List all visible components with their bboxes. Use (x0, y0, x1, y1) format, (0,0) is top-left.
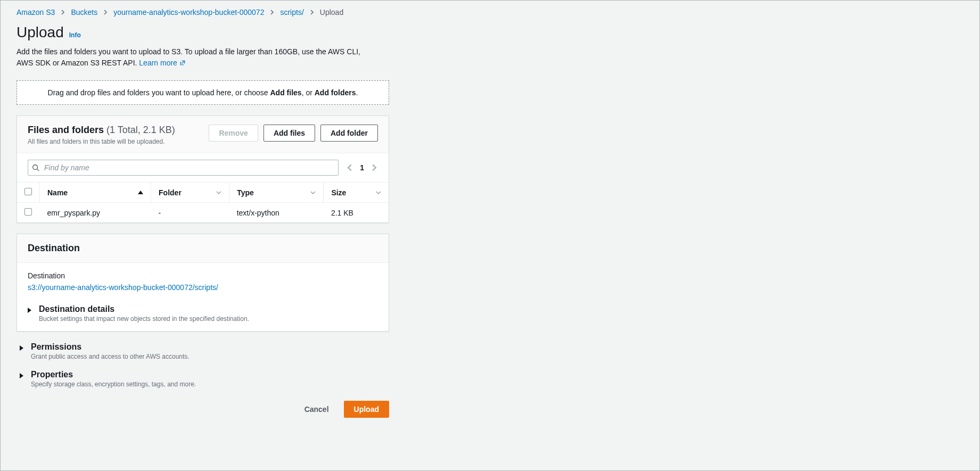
cell-size: 2.1 KB (324, 203, 389, 223)
intro-body: Add the files and folders you want to up… (17, 47, 360, 67)
col-size[interactable]: Size (324, 183, 389, 203)
destination-details-title[interactable]: Destination details (39, 304, 249, 314)
files-panel: Files and folders (1 Total, 2.1 KB) All … (17, 115, 389, 223)
breadcrumb-link-buckets[interactable]: Buckets (71, 8, 97, 16)
destination-panel: Destination Destination s3://yourname-an… (17, 234, 389, 332)
info-link[interactable]: Info (69, 31, 81, 39)
files-panel-title: Files and folders (28, 125, 104, 135)
cell-name: emr_pyspark.py (40, 203, 151, 223)
dropzone-add-files: Add files (270, 88, 302, 97)
page-number: 1 (360, 163, 364, 172)
page-prev-icon[interactable] (346, 164, 353, 171)
chevron-right-icon (103, 10, 108, 15)
intro-text: Add the files and folders you want to up… (17, 46, 378, 69)
external-link-icon (179, 60, 186, 66)
table-row: emr_pyspark.py - text/x-python 2.1 KB (17, 203, 389, 223)
sort-icon (310, 190, 316, 195)
breadcrumb: Amazon S3 Buckets yourname-analytics-wor… (17, 8, 389, 16)
cell-type: text/x-python (229, 203, 324, 223)
search-icon (32, 164, 39, 171)
dropzone[interactable]: Drag and drop files and folders you want… (17, 80, 389, 105)
destination-heading: Destination (17, 234, 389, 263)
sort-icon (376, 190, 381, 195)
dropzone-text-suffix: . (356, 88, 358, 97)
cancel-button[interactable]: Cancel (295, 401, 339, 418)
cell-folder: - (151, 203, 229, 223)
files-panel-sub: All files and folders in this table will… (28, 138, 175, 145)
properties-title[interactable]: Properties (31, 370, 196, 379)
learn-more-link[interactable]: Learn more (139, 59, 185, 67)
add-folder-button[interactable]: Add folder (320, 125, 378, 142)
page-title: Upload Info (17, 24, 389, 41)
expand-icon[interactable] (20, 373, 23, 378)
col-type[interactable]: Type (229, 183, 324, 203)
dropzone-text-prefix: Drag and drop files and folders you want… (48, 88, 270, 97)
chevron-right-icon (309, 10, 315, 15)
col-folder[interactable]: Folder (151, 183, 229, 203)
select-all-checkbox[interactable] (24, 188, 32, 195)
svg-point-0 (33, 165, 38, 170)
destination-link[interactable]: s3://yourname-analytics-workshop-bucket-… (28, 283, 218, 292)
search-input[interactable] (28, 160, 339, 176)
expand-icon[interactable] (20, 345, 23, 351)
pager: 1 (346, 163, 378, 172)
breadcrumb-link-s3[interactable]: Amazon S3 (17, 8, 55, 16)
dropzone-text-mid: , or (302, 88, 315, 97)
page-title-text: Upload (17, 24, 64, 41)
breadcrumb-link-prefix[interactable]: scripts/ (280, 8, 303, 16)
row-checkbox[interactable] (24, 208, 32, 216)
permissions-title[interactable]: Permissions (31, 342, 190, 352)
breadcrumb-link-bucket[interactable]: yourname-analytics-workshop-bucket-00007… (113, 8, 264, 16)
chevron-right-icon (269, 10, 275, 15)
expand-icon[interactable] (28, 308, 31, 313)
sort-asc-icon (138, 191, 143, 194)
dropzone-add-folders: Add folders (315, 88, 356, 97)
upload-button[interactable]: Upload (344, 401, 389, 418)
destination-label: Destination (28, 271, 378, 280)
breadcrumb-current: Upload (320, 8, 343, 16)
add-files-button[interactable]: Add files (263, 125, 315, 142)
files-table: Name Folder Type Size (17, 183, 389, 222)
footer-actions: Cancel Upload (17, 401, 389, 418)
destination-details-sub: Bucket settings that impact new objects … (39, 315, 249, 323)
col-name[interactable]: Name (40, 183, 151, 203)
properties-sub: Specify storage class, encryption settin… (31, 381, 196, 388)
permissions-sub: Grant public access and access to other … (31, 353, 190, 360)
page-next-icon[interactable] (370, 164, 378, 171)
chevron-right-icon (60, 10, 65, 15)
svg-line-1 (37, 169, 39, 171)
files-panel-count: (1 Total, 2.1 KB) (106, 125, 175, 135)
sort-icon (216, 190, 221, 195)
remove-button[interactable]: Remove (209, 125, 258, 142)
